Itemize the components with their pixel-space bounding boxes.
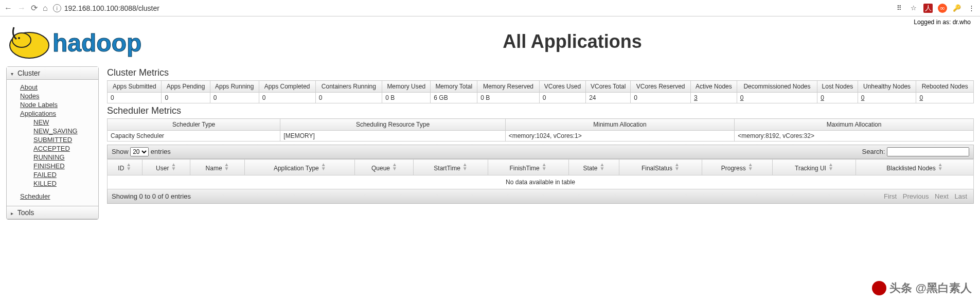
login-info: Logged in as: dr.who (914, 19, 971, 26)
sidebar-link-scheduler[interactable]: Scheduler (7, 192, 98, 201)
pager-next[interactable]: Next (935, 192, 949, 200)
sort-icon: ▲▼ (938, 163, 943, 171)
chevron-right-icon: ▸ (11, 210, 13, 216)
extension-icons: ⠿ ☆ 人 ∞ 🔑 ⋮ (895, 4, 976, 13)
apps-header[interactable]: Name▲▼ (190, 160, 244, 175)
apps-header[interactable]: State▲▼ (568, 160, 619, 175)
sidebar: ▾ Cluster About Nodes Node Labels Applic… (6, 66, 99, 220)
apps-header[interactable]: FinishTime▲▼ (488, 160, 568, 175)
sm-cell: Capacity Scheduler (108, 131, 280, 142)
pdf-ext-icon[interactable]: 人 (923, 4, 933, 13)
sidebar-sec-tools[interactable]: ▸ Tools (7, 206, 98, 219)
cm-link[interactable]: 0 (740, 94, 744, 101)
info-icon[interactable]: i (53, 4, 61, 12)
datatable-controls: Show 20 entries Search: (107, 145, 974, 159)
cm-cell: 0 (916, 93, 974, 103)
cm-header: Containers Running (315, 81, 382, 93)
pager-last[interactable]: Last (954, 192, 967, 200)
sort-icon: ▲▼ (674, 163, 680, 171)
key-icon[interactable]: 🔑 (952, 4, 961, 13)
applications-table: ID▲▼User▲▼Name▲▼Application Type▲▼Queue▲… (107, 159, 974, 189)
cm-link[interactable]: 3 (694, 94, 698, 101)
sm-cell: <memory:8192, vCores:32> (735, 131, 974, 142)
cm-header: Unhealthy Nodes (858, 81, 916, 93)
apps-header[interactable]: Tracking UI▲▼ (772, 160, 856, 175)
sort-icon: ▲▼ (392, 163, 397, 171)
cluster-metrics-table: Apps SubmittedApps PendingApps RunningAp… (107, 80, 974, 103)
main: Cluster Metrics Apps SubmittedApps Pendi… (107, 66, 974, 204)
sort-icon: ▲▼ (542, 163, 547, 171)
sidebar-link-finished[interactable]: FINISHED (7, 162, 98, 170)
translate-icon[interactable]: ⠿ (895, 4, 904, 13)
url-bar[interactable]: i 192.168.100.100:8088/cluster (53, 4, 889, 12)
apps-header[interactable]: Application Type▲▼ (245, 160, 355, 175)
sidebar-link-accepted[interactable]: ACCEPTED (7, 144, 98, 153)
content: ▾ Cluster About Nodes Node Labels Applic… (0, 62, 980, 224)
apps-header[interactable]: User▲▼ (142, 160, 190, 175)
home-icon[interactable]: ⌂ (43, 4, 48, 13)
pager: First Previous Next Last (882, 192, 969, 200)
sidebar-link-submitted[interactable]: SUBMITTED (7, 135, 98, 144)
reload-icon[interactable]: ⟳ (31, 3, 38, 13)
datatable-footer: Showing 0 to 0 of 0 entries First Previo… (107, 189, 974, 204)
apps-header[interactable]: Progress▲▼ (702, 160, 772, 175)
browser-nav-icons: ← → ⟳ ⌂ (4, 3, 48, 13)
logo: hadoop (6, 20, 171, 62)
cm-header: Lost Nodes (817, 81, 858, 93)
cm-header: Apps Pending (162, 81, 210, 93)
sort-icon: ▲▼ (171, 163, 176, 171)
show-entries: Show 20 entries (112, 147, 171, 156)
star-icon[interactable]: ☆ (909, 4, 918, 13)
sm-header: Scheduler Type (108, 119, 280, 131)
cm-header: VCores Reserved (631, 81, 691, 93)
back-icon[interactable]: ← (4, 4, 12, 13)
sort-icon: ▲▼ (599, 163, 604, 171)
cm-link[interactable]: 0 (919, 94, 923, 101)
sm-header: Scheduling Resource Type (280, 119, 505, 131)
sidebar-link-failed[interactable]: FAILED (7, 170, 98, 179)
orange-ext-icon[interactable]: ∞ (938, 4, 947, 13)
scheduler-metrics-table: Scheduler TypeScheduling Resource TypeMi… (107, 118, 974, 142)
cm-header: Active Nodes (691, 81, 737, 93)
sm-header: Maximum Allocation (735, 119, 974, 131)
cm-link[interactable]: 0 (861, 94, 865, 101)
apps-header[interactable]: FinalStatus▲▼ (619, 160, 702, 175)
cm-header: Memory Total (431, 81, 477, 93)
pager-prev[interactable]: Previous (903, 192, 929, 200)
svg-point-1 (12, 33, 31, 47)
cm-cell: 0 (315, 93, 382, 103)
apps-header[interactable]: ID▲▼ (108, 160, 142, 175)
sidebar-link-about[interactable]: About (7, 83, 98, 92)
apps-header[interactable]: StartTime▲▼ (414, 160, 488, 175)
search-label: Search: (862, 148, 885, 155)
sm-cell: <memory:1024, vCores:1> (505, 131, 735, 142)
show-label-pre: Show (112, 148, 129, 155)
sidebar-link-new[interactable]: NEW (7, 118, 98, 127)
cm-header: Apps Submitted (108, 81, 162, 93)
cm-link[interactable]: 0 (821, 94, 824, 101)
sort-icon: ▲▼ (126, 163, 131, 171)
apps-header[interactable]: Queue▲▼ (355, 160, 414, 175)
page-title: All Applications (171, 20, 974, 52)
sidebar-link-nodes[interactable]: Nodes (7, 92, 98, 100)
show-entries-select[interactable]: 20 (130, 147, 149, 156)
menu-icon[interactable]: ⋮ (967, 4, 976, 13)
forward-icon[interactable]: → (17, 4, 26, 13)
cm-cell: 3 (691, 93, 737, 103)
cm-header: Memory Used (382, 81, 431, 93)
sidebar-link-running[interactable]: RUNNING (7, 153, 98, 162)
sidebar-link-new-saving[interactable]: NEW_SAVING (7, 127, 98, 135)
cm-cell: 0 (817, 93, 858, 103)
empty-row: No data available in table (108, 175, 974, 189)
sidebar-link-killed[interactable]: KILLED (7, 179, 98, 188)
search-input[interactable] (887, 147, 969, 156)
pager-first[interactable]: First (884, 192, 897, 200)
apps-header[interactable]: Blacklisted Nodes▲▼ (856, 160, 974, 175)
sm-header: Minimum Allocation (505, 119, 735, 131)
sort-icon: ▲▼ (321, 163, 326, 171)
cm-cell: 0 B (382, 93, 431, 103)
sidebar-sec-cluster[interactable]: ▾ Cluster (7, 67, 98, 80)
sidebar-link-node-labels[interactable]: Node Labels (7, 100, 98, 109)
cm-cell: 0 (162, 93, 210, 103)
sidebar-link-applications[interactable]: Applications (7, 109, 98, 118)
